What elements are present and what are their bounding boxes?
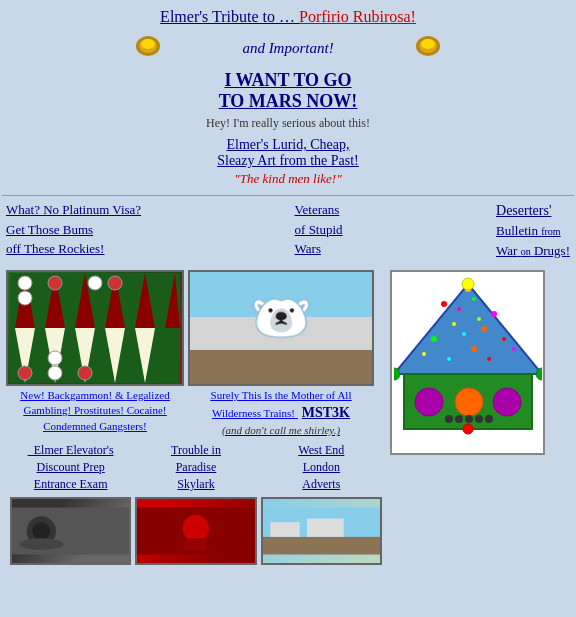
from-text: from: [541, 226, 560, 237]
svg-marker-38: [394, 284, 542, 374]
tribute-prefix-text: Elmer's Tribute to …: [160, 8, 295, 25]
polar-bear-emoji: 🐻‍❄️: [250, 289, 312, 347]
svg-point-42: [452, 322, 456, 326]
svg-point-61: [493, 388, 521, 416]
svg-point-60: [455, 388, 483, 416]
trouble-line2: Paradise: [176, 460, 217, 474]
svg-point-23: [18, 366, 32, 380]
left-images: New! Backgammon! & Legalized Gambling! P…: [6, 270, 386, 565]
trouble-line1: Trouble in: [171, 443, 221, 457]
bottom-link-2[interactable]: Trouble in Paradise Skylark: [135, 442, 256, 492]
svg-point-29: [33, 522, 51, 540]
bottom-image-1: [10, 497, 131, 565]
polar-bear-image: 🐻‍❄️: [188, 270, 374, 386]
svg-point-48: [422, 352, 426, 356]
svg-point-44: [462, 332, 466, 336]
svg-point-67: [463, 424, 473, 434]
svg-point-66: [485, 415, 493, 423]
kind-men: "The kind men like!": [22, 171, 554, 187]
trouble-paradise-link[interactable]: Trouble in Paradise Skylark: [135, 442, 256, 492]
mst3k-link[interactable]: MST3K: [302, 405, 350, 420]
svg-point-46: [431, 336, 437, 342]
nav-col-1: What? No Platinum Visa? Get Those Bums o…: [6, 200, 141, 260]
deserters-link[interactable]: Deserters': [496, 200, 570, 221]
lurid-title: Elmer's Lurid, Cheap,: [226, 137, 349, 152]
backgammon-pair: New! Backgammon! & Legalized Gambling! P…: [6, 270, 184, 438]
svg-point-32: [183, 515, 209, 541]
triangle-graphic: [390, 270, 545, 455]
svg-point-41: [491, 311, 497, 317]
svg-point-24: [48, 366, 62, 380]
mars-text: I WANT TO GO TO MARS NOW!: [22, 70, 554, 112]
drugs-text: Drugs!: [534, 243, 570, 258]
svg-point-45: [502, 337, 506, 341]
svg-point-54: [477, 317, 481, 321]
mars-line2: TO MARS NOW!: [219, 91, 358, 111]
backgammon-board: [8, 272, 182, 384]
polarbear-pair: 🐻‍❄️ Surely This Is the Mother of All Wi…: [188, 270, 374, 438]
svg-point-21: [88, 276, 102, 290]
nav-link-1[interactable]: What? No Platinum Visa?: [6, 200, 141, 220]
bottom-images-row: [6, 493, 386, 565]
svg-point-20: [48, 276, 62, 290]
svg-point-18: [18, 276, 32, 290]
svg-point-30: [19, 538, 63, 550]
on-text: on: [521, 246, 531, 257]
tribute-title[interactable]: Elmer's Tribute to … Porfirio Rubirosa!: [22, 8, 554, 26]
svg-rect-37: [307, 518, 344, 536]
west-end-line1: West End: [298, 443, 344, 457]
lurid-link[interactable]: Elmer's Lurid, Cheap, Sleazy Art from th…: [22, 137, 554, 169]
bottom-image-3: [261, 497, 382, 565]
svg-rect-35: [263, 537, 380, 555]
backgammon-image: [6, 270, 184, 386]
nav-link-4[interactable]: Veterans: [295, 200, 343, 220]
svg-point-51: [487, 357, 491, 361]
discount-prep-link[interactable]: _Elmer Elevator's Discount Prep Entrance…: [10, 442, 131, 492]
svg-point-59: [415, 388, 443, 416]
nav-row: What? No Platinum Visa? Get Those Bums o…: [2, 195, 574, 264]
discount-line1: _Elmer Elevator's: [28, 443, 114, 457]
mars-line1: I WANT TO GO: [224, 70, 351, 90]
polarbear-sub: (and don't call me shirley.): [222, 424, 340, 436]
lurid-subtitle: Sleazy Art from the Past!: [217, 153, 359, 168]
svg-point-62: [445, 415, 453, 423]
polar-bear-caption[interactable]: Surely This Is the Mother of All Wildern…: [188, 388, 374, 438]
svg-point-50: [447, 357, 451, 361]
nav-link-5[interactable]: of Stupid: [295, 220, 343, 240]
deserters-text: Deserters': [496, 203, 551, 218]
svg-point-19: [18, 291, 32, 305]
svg-point-47: [512, 347, 516, 351]
discount-line2: Discount Prep: [37, 460, 105, 474]
war-link[interactable]: War on Drugs!: [496, 241, 570, 261]
svg-point-2: [141, 39, 155, 49]
bulletin-link[interactable]: Bulletin from: [496, 221, 570, 241]
bottom-link-1[interactable]: _Elmer Elevator's Discount Prep Entrance…: [10, 442, 131, 492]
svg-point-55: [462, 278, 474, 290]
nav-link-3[interactable]: off These Rockies!: [6, 239, 141, 259]
backgammon-link[interactable]: New! Backgammon! & Legalized Gambling! P…: [20, 389, 169, 432]
nav-col-3: Deserters' Bulletin from War on Drugs!: [496, 200, 570, 260]
svg-point-63: [455, 415, 463, 423]
svg-point-25: [48, 351, 62, 365]
svg-rect-36: [270, 522, 299, 537]
mst3k-link-inline[interactable]: MST3K: [302, 403, 350, 423]
bulletin-text: Bulletin: [496, 223, 538, 238]
backgammon-caption[interactable]: New! Backgammon! & Legalized Gambling! P…: [6, 388, 184, 434]
svg-point-39: [441, 301, 447, 307]
war-text: War: [496, 243, 517, 258]
bottom-link-3[interactable]: West End London Adverts: [261, 442, 382, 492]
nav-link-2[interactable]: Get Those Bums: [6, 220, 141, 240]
west-end-line2: London: [303, 460, 340, 474]
west-end-link[interactable]: West End London Adverts: [261, 442, 382, 492]
svg-point-64: [465, 415, 473, 423]
tribute-link[interactable]: Porfirio Rubirosa!: [299, 8, 416, 25]
svg-point-5: [421, 39, 435, 49]
discount-line3: Entrance Exam: [34, 477, 108, 491]
important-text: and Important!: [242, 40, 333, 57]
nav-col-2: Veterans of Stupid Wars: [295, 200, 343, 260]
gold-left-icon: [134, 32, 162, 64]
svg-point-40: [472, 297, 476, 301]
nav-link-6[interactable]: Wars: [295, 239, 343, 259]
main-content: New! Backgammon! & Legalized Gambling! P…: [2, 264, 574, 571]
svg-point-43: [481, 326, 487, 332]
